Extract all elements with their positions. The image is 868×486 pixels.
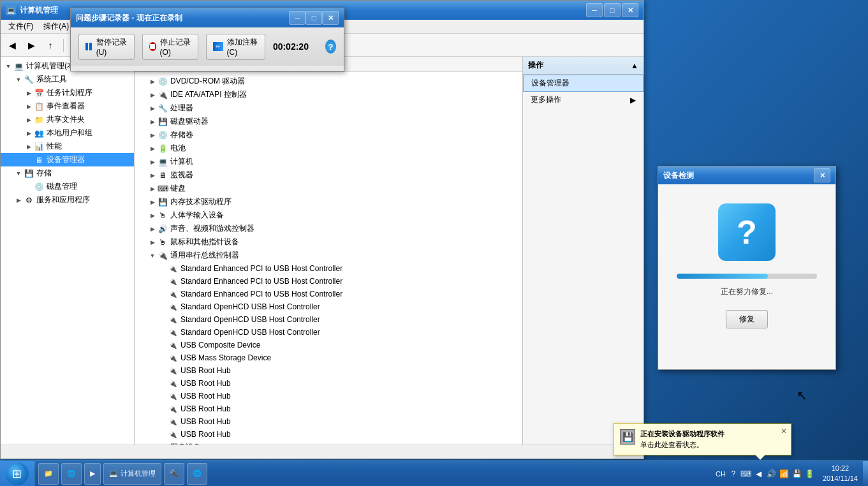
list-item[interactable]: ▶ 🔌 USB Composite Device	[135, 339, 522, 351]
list-item[interactable]: ▶ 🔌 Standard Enhanced PCI to USB Host Co…	[135, 275, 522, 288]
list-item[interactable]: ▶ 🔌 USB Root Hub	[135, 377, 522, 390]
close-button[interactable]: ✕	[622, 3, 638, 17]
list-item[interactable]: ▶ 💻 计算机	[135, 155, 522, 168]
list-item[interactable]: ▶ 🔌 Standard OpenHCD USB Host Controller	[135, 326, 522, 339]
notification-close-button[interactable]: ✕	[779, 427, 788, 436]
tray-usb-icon[interactable]: 💾	[792, 469, 802, 479]
steps-close-button[interactable]: ✕	[322, 11, 339, 25]
repair-button[interactable]: 修复	[726, 310, 768, 328]
list-item[interactable]: ▶ 🔌 USB Root Hub	[135, 402, 522, 415]
list-item[interactable]: ▶ 🔌 USB Root Hub	[135, 428, 522, 441]
menu-file[interactable]: 文件(F)	[3, 20, 38, 33]
list-item[interactable]: ▶ 💾 磁盘驱动器	[135, 115, 522, 128]
tree-task-scheduler[interactable]: ▶ 📅 任务计划程序	[1, 86, 134, 99]
maximize-button[interactable]: □	[604, 3, 621, 17]
tray-keyboard-icon[interactable]: ⌨	[741, 469, 751, 479]
hid-expander[interactable]: ▶	[147, 210, 158, 221]
list-item[interactable]: ▶ 🔌 IDE ATA/ATAPI 控制器	[135, 88, 522, 101]
shared-folders-expander[interactable]: ▶	[24, 115, 34, 125]
taskbar-item-media[interactable]: ▶	[84, 463, 101, 485]
action-device-manager[interactable]: 设备管理器	[523, 75, 644, 92]
system-tools-expander[interactable]: ▼	[13, 75, 24, 85]
tree-local-users[interactable]: ▶ 👥 本地用户和组	[1, 126, 134, 140]
stop-record-button[interactable]: 停止记录(O)	[142, 34, 198, 60]
menu-action[interactable]: 操作(A)	[38, 20, 74, 33]
tree-disk-mgmt[interactable]: 💿 磁盘管理	[1, 180, 134, 193]
taskbar-clock[interactable]: 10:22 2014/11/14	[818, 464, 863, 483]
list-item[interactable]: ▶ 🔌 Standard OpenHCD USB Host Controller	[135, 313, 522, 326]
sound-expander[interactable]: ▶	[147, 224, 158, 234]
monitor-expander[interactable]: ▶	[147, 170, 158, 180]
list-item[interactable]: ▶ 🔌 USB Root Hub	[135, 364, 522, 377]
list-item[interactable]: ▶ 📷 图像设备	[135, 441, 522, 445]
tree-device-manager[interactable]: 🖥 设备管理器	[1, 153, 134, 166]
list-item[interactable]: ▶ 🔋 电池	[135, 142, 522, 155]
performance-expander[interactable]: ▶	[24, 142, 34, 152]
taskbar-item-network[interactable]: 🌐	[187, 463, 207, 485]
list-item[interactable]: ▶ 💿 存储卷	[135, 128, 522, 142]
list-item[interactable]: ▶ 💿 DVD/CD-ROM 驱动器	[135, 75, 522, 88]
ide-expander[interactable]: ▶	[147, 90, 158, 100]
tray-help-icon[interactable]: ?	[728, 469, 739, 479]
root-expander[interactable]: ▼	[3, 61, 13, 71]
action-more[interactable]: 更多操作 ▶	[523, 92, 644, 108]
tree-performance[interactable]: ▶ 📊 性能	[1, 140, 134, 153]
minimize-button[interactable]: ─	[586, 3, 603, 17]
list-item[interactable]: ▶ 🔌 Standard Enhanced PCI to USB Host Co…	[135, 262, 522, 275]
computer-expander[interactable]: ▶	[147, 157, 158, 167]
tray-expand-icon[interactable]: ◀	[754, 469, 764, 479]
tree-event-viewer[interactable]: ▶ 📋 事件查看器	[1, 99, 134, 113]
storage-vol-expander[interactable]: ▶	[147, 130, 158, 140]
keyboard-expander[interactable]: ▶	[147, 184, 158, 194]
notification-bubble[interactable]: 💾 正在安装设备驱动程序软件 单击此处查看状态。 ✕	[613, 423, 791, 455]
cpu-expander[interactable]: ▶	[147, 103, 158, 114]
dvd-expander[interactable]: ▶	[147, 77, 158, 87]
list-item[interactable]: ▶ 🖱 人体学输入设备	[135, 209, 522, 222]
tree-system-tools[interactable]: ▼ 🔧 系统工具	[1, 73, 134, 86]
show-desktop-button[interactable]	[863, 461, 868, 487]
steps-minimize-button[interactable]: ─	[289, 11, 305, 25]
local-users-expander[interactable]: ▶	[24, 128, 34, 138]
list-item[interactable]: ▶ 🔌 Standard OpenHCD USB Host Controller	[135, 300, 522, 313]
services-expander[interactable]: ▶	[13, 195, 24, 205]
help-button[interactable]: ?	[325, 40, 336, 54]
up-button[interactable]: ↑	[41, 36, 59, 54]
image-expander[interactable]: ▶	[147, 443, 158, 445]
disk-expander[interactable]: ▶	[147, 117, 158, 127]
list-item[interactable]: ▶ 🖱 鼠标和其他指针设备	[135, 235, 522, 249]
taskbar-item-explorer[interactable]: 📁	[38, 463, 59, 485]
tree-storage[interactable]: ▼ 💾 存储	[1, 166, 134, 180]
mouse-expander[interactable]: ▶	[147, 237, 158, 247]
task-scheduler-expander[interactable]: ▶	[24, 88, 34, 98]
usb-ctrl-expander[interactable]: ▼	[147, 251, 158, 261]
taskbar-item-comp-mgmt[interactable]: 💻 计算机管理	[103, 463, 161, 485]
pause-record-button[interactable]: 暂停记录(U)	[78, 34, 135, 60]
taskbar-item-usb[interactable]: 🔌	[164, 463, 184, 485]
list-item[interactable]: ▶ ⌨ 键盘	[135, 182, 522, 195]
list-item[interactable]: ▶ 🖥 监视器	[135, 168, 522, 182]
list-item[interactable]: ▶ 🔌 USB Root Hub	[135, 415, 522, 428]
tree-shared-folders[interactable]: ▶ 📁 共享文件夹	[1, 113, 134, 126]
tree-services[interactable]: ▶ ⚙ 服务和应用程序	[1, 193, 134, 207]
list-item[interactable]: ▶ 🔊 声音、视频和游戏控制器	[135, 222, 522, 235]
list-item[interactable]: ▶ 💾 内存技术驱动程序	[135, 195, 522, 209]
back-button[interactable]: ◀	[3, 36, 21, 54]
battery-expander[interactable]: ▶	[147, 144, 158, 154]
mem-expander[interactable]: ▶	[147, 197, 158, 207]
storage-expander[interactable]: ▼	[13, 168, 24, 179]
event-viewer-expander[interactable]: ▶	[24, 101, 34, 112]
steps-maximize-button[interactable]: □	[305, 11, 322, 25]
list-item[interactable]: ▶ 🔌 USB Mass Storage Device	[135, 351, 522, 364]
add-comment-button[interactable]: ✏ 添加注释(C)	[206, 34, 265, 60]
taskbar-item-ie[interactable]: 🌐	[61, 463, 82, 485]
start-button[interactable]: ⊞	[0, 461, 34, 487]
list-item[interactable]: ▶ 🔌 Standard Enhanced PCI to USB Host Co…	[135, 288, 522, 300]
tray-battery-icon[interactable]: 🔋	[805, 469, 815, 479]
tray-network-icon[interactable]: 📶	[779, 469, 790, 479]
list-item[interactable]: ▶ 🔌 USB Root Hub	[135, 390, 522, 402]
device-detection-close[interactable]: ✕	[814, 168, 830, 182]
list-item[interactable]: ▼ 🔌 通用串行总线控制器	[135, 249, 522, 262]
forward-button[interactable]: ▶	[22, 36, 40, 54]
actions-collapse-icon[interactable]: ▲	[631, 61, 638, 70]
tray-volume-icon[interactable]: 🔊	[767, 469, 777, 479]
